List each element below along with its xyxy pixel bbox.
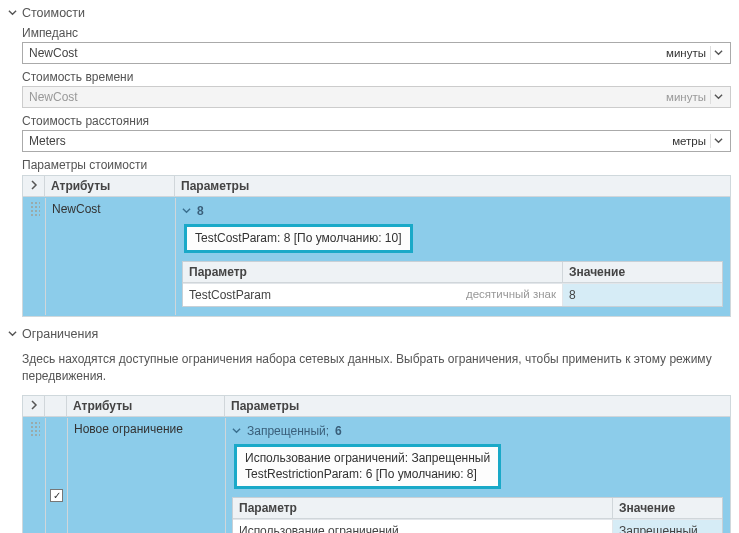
restrictions-table: Атрибуты Параметры ✓ Новое ограничение З… bbox=[22, 395, 731, 533]
cost-param-name: TestCostParam bbox=[189, 288, 466, 302]
param-col-header[interactable]: Параметр bbox=[233, 498, 613, 518]
restriction-inner-table: Параметр Значение Использование ограниче… bbox=[232, 497, 723, 533]
cost-params-expander[interactable]: 8 bbox=[182, 202, 723, 218]
chevron-down-icon bbox=[710, 46, 726, 60]
cost-param-value[interactable]: 8 bbox=[563, 284, 722, 306]
restriction-attr-name: Новое ограничение bbox=[68, 418, 226, 533]
impedance-unit: минуты bbox=[666, 47, 706, 59]
cost-params-table: Атрибуты Параметры NewCost 8 TestCostPar… bbox=[22, 175, 731, 317]
restrictions-description: Здесь находятся доступные ограничения на… bbox=[22, 351, 731, 385]
restriction-expander-value: 6 bbox=[335, 424, 342, 438]
impedance-combo[interactable]: NewCost минуты bbox=[22, 42, 731, 64]
costs-title: Стоимости bbox=[22, 6, 85, 20]
restrictions-row[interactable]: ✓ Новое ограничение Запрещенный; 6 Испол… bbox=[23, 417, 730, 533]
checkbox-column-header bbox=[45, 396, 67, 416]
drag-column-header bbox=[23, 396, 45, 416]
value-col-header[interactable]: Значение bbox=[563, 262, 722, 282]
attr-column-header[interactable]: Атрибуты bbox=[45, 176, 175, 196]
time-cost-value: NewCost bbox=[29, 90, 666, 104]
restriction-inner-row[interactable]: Использование ограничений Запрещенный bbox=[233, 519, 722, 533]
restriction-callout: Использование ограничений: Запрещенный T… bbox=[234, 444, 501, 489]
params-column-header[interactable]: Параметры bbox=[175, 176, 730, 196]
time-cost-unit: минуты bbox=[666, 91, 706, 103]
cost-expander-value: 8 bbox=[197, 204, 204, 218]
param-col-header[interactable]: Параметр bbox=[183, 262, 563, 282]
restriction-params-expander[interactable]: Запрещенный; 6 bbox=[232, 422, 723, 438]
distance-cost-label: Стоимость расстояния bbox=[22, 114, 731, 128]
impedance-label: Импеданс bbox=[22, 26, 731, 40]
chevron-down-icon bbox=[182, 204, 191, 218]
cost-params-title: Параметры стоимости bbox=[22, 158, 731, 172]
restrictions-title: Ограничения bbox=[22, 327, 98, 341]
attr-column-header[interactable]: Атрибуты bbox=[67, 396, 225, 416]
drag-handle[interactable] bbox=[24, 418, 46, 533]
cost-inner-table: Параметр Значение TestCostParam десятичн… bbox=[182, 261, 723, 307]
restriction-checkbox[interactable]: ✓ bbox=[50, 489, 63, 502]
cost-inner-row[interactable]: TestCostParam десятичный знак 8 bbox=[183, 283, 722, 306]
cost-param-type: десятичный знак bbox=[466, 288, 556, 302]
restriction-expander-label: Запрещенный; bbox=[247, 424, 329, 438]
drag-handle[interactable] bbox=[24, 198, 46, 315]
chevron-down-icon bbox=[8, 6, 22, 20]
drag-column-header bbox=[23, 176, 45, 196]
cost-callout: TestCostParam: 8 [По умолчанию: 10] bbox=[184, 224, 413, 253]
restrictions-section-header[interactable]: Ограничения bbox=[0, 325, 739, 345]
chevron-down-icon bbox=[232, 424, 241, 438]
chevron-down-icon bbox=[8, 327, 22, 341]
time-cost-label: Стоимость времени bbox=[22, 70, 731, 84]
distance-cost-unit: метры bbox=[672, 135, 706, 147]
cost-params-row[interactable]: NewCost 8 TestCostParam: 8 [По умолчанию… bbox=[23, 197, 730, 316]
distance-cost-combo[interactable]: Meters метры bbox=[22, 130, 731, 152]
cost-attr-name: NewCost bbox=[46, 198, 176, 315]
chevron-down-icon bbox=[710, 90, 726, 104]
value-col-header[interactable]: Значение bbox=[613, 498, 722, 518]
chevron-down-icon bbox=[710, 134, 726, 148]
params-column-header[interactable]: Параметры bbox=[225, 396, 730, 416]
restriction-param-name: Использование ограничений bbox=[239, 524, 606, 533]
distance-cost-value: Meters bbox=[29, 134, 672, 148]
time-cost-combo: NewCost минуты bbox=[22, 86, 731, 108]
costs-section-header[interactable]: Стоимости bbox=[0, 4, 739, 24]
impedance-value: NewCost bbox=[29, 46, 666, 60]
restriction-param-value[interactable]: Запрещенный bbox=[613, 520, 722, 533]
